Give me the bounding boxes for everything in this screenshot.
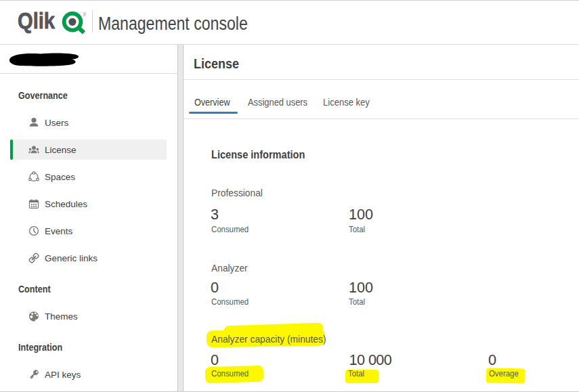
svg-text:®: ® — [83, 12, 87, 17]
